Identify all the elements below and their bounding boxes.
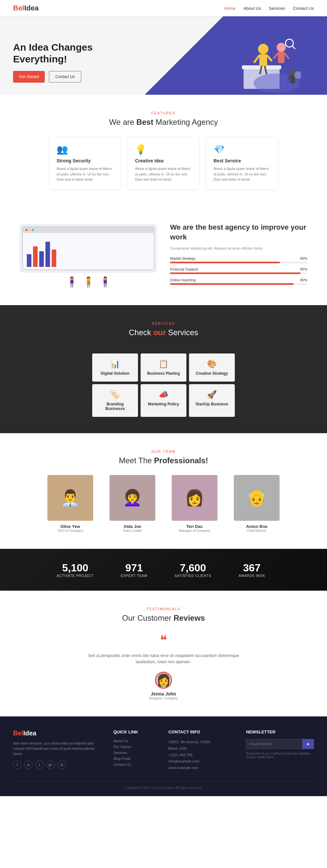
team-title: Meet The Professionals!: [13, 456, 314, 465]
hero-section: An Idea Changes Everything! Get Started …: [0, 16, 327, 95]
contact-us-hero-button[interactable]: Contact Us: [49, 71, 81, 83]
footer-logo: BelIdea: [13, 730, 103, 737]
feature-card-security: 👥 Strong Security Amus a ligula quam leq…: [49, 136, 121, 190]
stat-clients: 7,600 SATISFIED CLIENTS: [164, 562, 222, 578]
footer-contact-info: 10001, 5th Avenue, #2094 Black, USA +122…: [169, 739, 236, 771]
stat-team-label: EXPERT TEAM: [111, 574, 157, 578]
creative-icon: 🎨: [193, 359, 231, 369]
footer-contact: CONTACT INFO 10001, 5th Avenue, #2094 Bl…: [169, 730, 236, 771]
reviewer-name: Jenna John: [13, 691, 314, 696]
stat-awards: 367 AWARDS WON: [222, 562, 281, 578]
stat-projects: 5,100 ACTIVATE PROJECT: [46, 562, 105, 578]
newsletter-email-input[interactable]: [246, 739, 302, 749]
svg-line-13: [292, 46, 295, 49]
stat-awards-number: 367: [229, 562, 275, 574]
progress-online: Online reporting 90%: [170, 278, 307, 285]
hero-illustration: [216, 23, 301, 95]
footer-city: Black, USA: [169, 745, 236, 752]
progress-financial-label: Financial Support: [170, 267, 198, 271]
get-started-button[interactable]: Get Started: [13, 71, 45, 83]
footer-link-clients[interactable]: Our Clients: [114, 745, 158, 749]
footer-newsletter-heading: NEWSLETTER: [246, 730, 314, 734]
digital-icon: 📊: [96, 359, 134, 369]
service-business-label: Business Planing: [145, 371, 182, 376]
service-branding[interactable]: 🏷️ Branding Businesss: [92, 384, 138, 417]
service-icon: 💎: [213, 144, 270, 155]
team-member-alda: 👩‍🦱 Alda Joe Team Leader: [105, 475, 160, 532]
footer-social: f in t g+ G: [13, 761, 103, 769]
footer-address: 10001, 5th Avenue, #2094: [169, 739, 236, 745]
stat-awards-label: AWARDS WON: [229, 574, 275, 578]
services-title-bold: our: [153, 328, 166, 337]
team-member-teri: 👩 Teri Dac Manager of Company: [167, 475, 222, 532]
features-label: FEATURES: [13, 111, 314, 115]
branding-icon: 🏷️: [96, 390, 134, 399]
social-google[interactable]: G: [58, 761, 66, 769]
progress-financial: Financial Support 95%: [170, 267, 307, 274]
team-grid: 👨‍💼 Olive Yew CEO of Company 👩‍🦱 Alda Jo…: [13, 475, 314, 532]
footer-logo-black: Idea: [23, 730, 36, 737]
progress-financial-value: 95%: [300, 267, 307, 271]
team-photo-alda: 👩‍🦱: [110, 475, 155, 521]
footer-website: www.example.com: [169, 765, 236, 771]
team-member-anton: 👴 Anton Bne Chief Advisor: [229, 475, 285, 532]
footer-contact-heading: CONTACT INFO: [169, 730, 236, 734]
social-googleplus[interactable]: g+: [47, 761, 55, 769]
feature-card-service: 💎 Best Service Amus a ligula quam leque …: [206, 136, 278, 190]
svg-point-8: [277, 43, 286, 52]
social-linkedin[interactable]: in: [24, 761, 33, 769]
nav-contact[interactable]: Contact Us: [293, 6, 314, 11]
service-creative-label: Creative Strategy: [193, 371, 231, 376]
idea-icon: 💡: [135, 144, 192, 155]
newsletter-note: Subscribe to our mailing list and get up…: [246, 752, 314, 759]
team-role-anton: Chief Advisor: [229, 529, 285, 532]
newsletter-form: ➤: [246, 739, 314, 749]
footer-link-blog[interactable]: Blog Posts: [114, 756, 158, 761]
service-creative[interactable]: 🎨 Creative Strategy: [189, 353, 235, 381]
svg-line-4: [255, 56, 259, 62]
nav-about[interactable]: About Us: [243, 6, 261, 11]
progress-online-value: 90%: [300, 278, 307, 282]
social-facebook[interactable]: f: [13, 761, 22, 769]
features-title: We are Best Marketing Agency: [13, 118, 314, 127]
reviews-section: TESTIMONIALS Our Customer Reviews ❝ Sed …: [0, 591, 327, 716]
service-digital[interactable]: 📊 Digital Solution: [92, 353, 138, 381]
team-photo-teri: 👩: [172, 475, 217, 521]
footer-email: info@example.com: [169, 758, 236, 765]
review-text: Sed ut perspiciatis unde omnis iste natu…: [85, 653, 242, 665]
service-marketing[interactable]: 📣 Marketing Policy: [141, 384, 186, 417]
team-photo-olive: 👨‍💼: [48, 475, 93, 521]
service-business[interactable]: 📋 Business Planing: [141, 353, 186, 381]
newsletter-submit-button[interactable]: ➤: [302, 739, 314, 749]
agency-text: We are the best agency to improve your w…: [170, 222, 307, 289]
footer-link-services[interactable]: Services: [114, 751, 158, 755]
nav-home[interactable]: Home: [224, 6, 236, 11]
team-title-bold: Professionals!: [154, 456, 208, 465]
feature-text-service: Amus a ligula quam leque et libero ut ju…: [213, 166, 270, 182]
team-role-olive: CEO of Company: [42, 529, 98, 532]
progress-market-label: Market Strategy: [170, 256, 196, 260]
copyright-text: Copyright © 2021 Company Name All rights…: [125, 786, 202, 789]
team-member-olive: 👨‍💼 Olive Yew CEO of Company: [42, 475, 98, 532]
navbar: BelIdea Home About Us Services Contact U…: [0, 0, 327, 16]
nav-services[interactable]: Services: [269, 6, 285, 11]
stat-team-number: 971: [111, 562, 157, 574]
feature-text-security: Amus a ligula quam leque et libero ut ju…: [57, 166, 114, 182]
service-digital-label: Digital Solution: [96, 371, 134, 376]
footer-link-about[interactable]: About Us: [114, 739, 158, 743]
feature-card-idea: 💡 Creative Idea Amus a ligula quam leque…: [127, 136, 200, 190]
progress-online-label: Online reporting: [170, 278, 196, 282]
progress-market: Market Strategy 80%: [170, 256, 307, 263]
team-role-alda: Team Leader: [105, 529, 160, 532]
service-branding-label: Branding Businesss: [96, 402, 134, 411]
logo[interactable]: BelIdea: [13, 4, 38, 12]
footer-brand: BelIdea Nam libero tempore, cum soluta n…: [13, 730, 103, 771]
service-startup[interactable]: 🚀 StartUp Business: [189, 384, 235, 417]
footer-quicklink: QUICK LINK About Us Our Clients Services…: [114, 730, 158, 771]
logo-red: Bel: [13, 4, 24, 12]
svg-rect-9: [278, 52, 285, 63]
footer-link-contact[interactable]: Contact Us: [114, 763, 158, 766]
reviewer-avatar: 👩: [155, 672, 172, 689]
stat-projects-number: 5,100: [52, 562, 98, 574]
social-twitter[interactable]: t: [35, 761, 44, 769]
